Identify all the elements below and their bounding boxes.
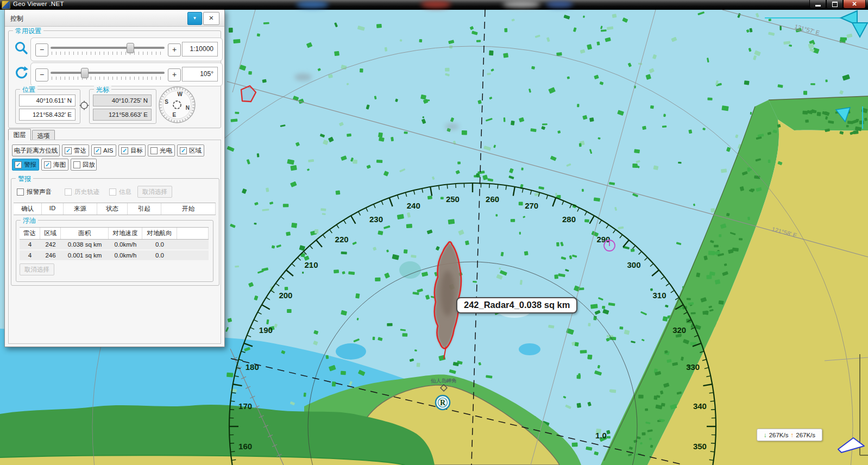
- close-button[interactable]: ✕: [843, 0, 866, 9]
- center-target-icon[interactable]: [79, 100, 89, 110]
- checkbox[interactable]: ✓: [73, 161, 80, 168]
- panel-header[interactable]: 控制 ▼ ×: [5, 10, 224, 27]
- checkbox[interactable]: ✓: [150, 147, 158, 154]
- layer-toggle-ais[interactable]: ✓ AIS: [91, 144, 116, 156]
- svg-text:250: 250: [446, 194, 460, 204]
- cell: 0.001 sq km: [61, 252, 109, 259]
- checkbox: ✓: [65, 188, 72, 196]
- minimize-icon: [815, 5, 821, 7]
- zoom-slider-row: − + 1:10000: [30, 37, 223, 61]
- layer-toggle-target[interactable]: ✓ 目标: [118, 144, 146, 156]
- svg-text:220: 220: [335, 235, 349, 244]
- compass-widget[interactable]: N E S W: [158, 85, 197, 124]
- rotation-slider[interactable]: [51, 67, 165, 83]
- check-icon: ✓: [66, 148, 71, 154]
- ebl-button[interactable]: 电子距离方位线: [12, 144, 60, 156]
- svg-text:200: 200: [279, 291, 292, 300]
- layer-toggle-area[interactable]: ✓ 区域: [177, 144, 204, 156]
- slider-track[interactable]: [51, 72, 165, 74]
- rotation-slider-thumb[interactable]: [81, 68, 89, 78]
- col-radar: 雷达: [20, 228, 40, 239]
- info-checkbox: ✓ 信息: [109, 187, 131, 196]
- rotation-value-field[interactable]: 105°: [182, 67, 218, 81]
- checkbox[interactable]: ✓: [180, 147, 187, 154]
- checkbox[interactable]: ✓: [44, 161, 51, 168]
- upload-arrow-icon: ↑: [791, 432, 794, 438]
- rotation-plus-button[interactable]: +: [168, 68, 181, 81]
- checkbox[interactable]: ✓: [65, 147, 72, 154]
- layer-toggle-alarm[interactable]: ✓ 警报: [12, 159, 39, 171]
- svg-text:160: 160: [238, 442, 252, 451]
- svg-text:290: 290: [596, 235, 610, 244]
- checkbox[interactable]: ✓: [121, 147, 128, 154]
- toggle-label: 区域: [189, 147, 202, 155]
- check-icon: ✓: [16, 162, 21, 168]
- blurred-icon: [546, 1, 573, 8]
- toggle-label: 警报: [24, 161, 36, 169]
- maximize-button[interactable]: [826, 0, 843, 9]
- col-surface: 面积: [61, 228, 109, 239]
- zoom-slider[interactable]: [51, 42, 165, 58]
- col-cog: 对地航向: [142, 228, 177, 239]
- cursor-lon-field: 121°58.663' E: [93, 109, 152, 121]
- alarm-group: 警报 ✓ 报警声音 ✓ 历史轨迹 ✓ 信息 取消选择 确认 ID 来源 状态 引…: [11, 178, 219, 286]
- layer-toggle-replay[interactable]: ✓ 回放: [71, 159, 97, 171]
- zoom-slider-thumb[interactable]: [127, 43, 134, 53]
- network-speed-badge: ↓ 267K/s ↑ 267K/s: [757, 429, 822, 441]
- radar-station-symbol: R: [436, 395, 450, 410]
- position-lat-field[interactable]: 40°10.611' N: [19, 95, 76, 106]
- cursor-lat-field: 40°10.725' N: [93, 95, 152, 106]
- cell: 4: [20, 252, 40, 259]
- layers-tab-page: 电子距离方位线 ✓ 雷达 ✓ AIS ✓ 目标 ✓ 光电 ✓ 区域 ✓ 警报 ✓…: [8, 140, 221, 344]
- checkbox[interactable]: ✓: [17, 188, 24, 196]
- zoom-plus-button[interactable]: +: [168, 43, 181, 56]
- maximize-icon: [832, 2, 838, 7]
- checkbox-label: 信息: [119, 188, 131, 196]
- minimize-button[interactable]: [809, 0, 826, 9]
- toggle-label: 雷达: [74, 147, 86, 155]
- blurred-icon: [296, 1, 329, 8]
- common-settings-group: 常用设置 − + 1:10000 −: [8, 30, 221, 128]
- toggle-label: 光电: [160, 147, 172, 155]
- window-titlebar[interactable]: Geo Viewer .NET ✕: [0, 0, 868, 10]
- col-sog: 对地速度: [109, 228, 142, 239]
- cell: 0.0: [142, 252, 177, 259]
- checkbox[interactable]: ✓: [94, 147, 101, 154]
- checkbox[interactable]: ✓: [15, 161, 22, 168]
- table-row[interactable]: 4 246 0.001 sq km 0.0km/h 0.0: [20, 250, 209, 260]
- download-arrow-icon: ↓: [764, 432, 767, 438]
- group-label: 警报: [16, 174, 33, 184]
- position-lon-field[interactable]: 121°58.432' E: [19, 109, 76, 121]
- app-icon: [2, 1, 10, 9]
- check-icon: ✓: [122, 148, 127, 154]
- col-confirm: 确认: [14, 203, 42, 215]
- slider-track[interactable]: [51, 47, 165, 49]
- panel-dropdown-button[interactable]: ▼: [187, 12, 202, 25]
- position-group: 位置 40°10.611' N 121°58.432' E: [15, 89, 80, 124]
- slider-ticks: [52, 52, 163, 55]
- layer-toggle-chart[interactable]: ✓ 海图: [41, 159, 68, 171]
- shoal-patch: [336, 343, 366, 360]
- zoom-minus-button[interactable]: −: [35, 43, 48, 56]
- toggle-label: AIS: [103, 147, 114, 154]
- scale-value-field[interactable]: 1:10000: [182, 42, 218, 56]
- svg-text:310: 310: [653, 291, 666, 300]
- rotation-minus-button[interactable]: −: [35, 68, 48, 81]
- cursor-group: 光标 40°10.725' N 121°58.663' E: [89, 89, 156, 124]
- rotation-slider-row: − + 105°: [30, 62, 223, 86]
- zoom-icon: [14, 41, 28, 55]
- target-tooltip: 242_Radar4_0.038 sq km: [456, 297, 577, 313]
- svg-text:350: 350: [693, 442, 707, 451]
- panel-close-button[interactable]: ×: [203, 12, 219, 25]
- layer-toggle-photoelectric[interactable]: ✓ 光电: [148, 144, 175, 156]
- alarm-table-header: 确认 ID 来源 状态 引起 开始: [14, 203, 216, 215]
- alarm-sound-checkbox[interactable]: ✓ 报警声音: [17, 187, 52, 196]
- col-source: 来源: [64, 203, 97, 215]
- tab-layers[interactable]: 图层: [8, 129, 31, 140]
- table-row[interactable]: 4 242 0.038 sq km 0.0km/h 0.0: [20, 240, 209, 249]
- svg-text:170: 170: [238, 401, 252, 411]
- compass-s: S: [165, 99, 168, 105]
- tab-options[interactable]: 选项: [32, 130, 55, 140]
- layer-toggle-radar[interactable]: ✓ 雷达: [62, 144, 89, 156]
- slider-ticks: [52, 77, 163, 80]
